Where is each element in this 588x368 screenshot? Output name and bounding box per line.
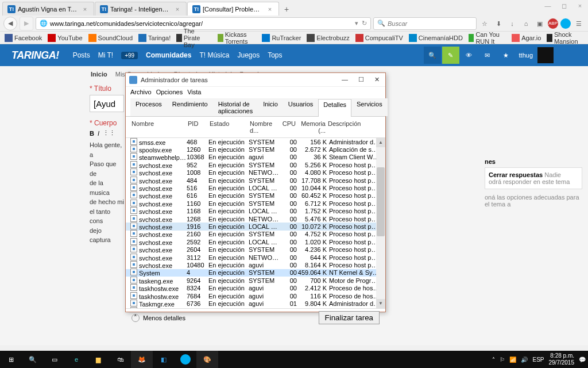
home-icon[interactable]: ⌂ bbox=[520, 18, 532, 29]
site-view-icon[interactable]: 👁 bbox=[461, 47, 478, 64]
tm-tab[interactable]: Procesos bbox=[130, 98, 167, 116]
process-row[interactable]: svchost.exe616En ejecuciónSYSTEM0060.452… bbox=[126, 192, 385, 200]
tray-notifications-icon[interactable]: 💬 bbox=[579, 356, 586, 363]
bookmark-item[interactable]: RuTracker bbox=[262, 34, 301, 42]
process-row[interactable]: svchost.exe10480En ejecuciónaguvi008.164… bbox=[126, 261, 385, 269]
start-button[interactable]: ⊞ bbox=[0, 351, 22, 368]
search-bar[interactable]: 🔍 bbox=[373, 17, 477, 30]
process-row[interactable]: taskeng.exe9264En ejecuciónSYSTEM00700 K… bbox=[126, 277, 385, 284]
browser-tab[interactable]: T! Agustín Vigna en Taringa! × bbox=[2, 2, 94, 16]
tray-chevron-icon[interactable]: ˄ bbox=[492, 356, 495, 363]
skype-icon[interactable] bbox=[175, 351, 196, 368]
tm-menu-item[interactable]: Archivo bbox=[130, 89, 152, 95]
tm-tab[interactable]: Usuarios bbox=[283, 98, 318, 116]
bookmark-icon[interactable]: ☆ bbox=[479, 18, 490, 29]
taskview-icon[interactable]: ▭ bbox=[44, 351, 65, 368]
tray-clock[interactable]: 8:28 p.m. 29/7/2015 bbox=[549, 352, 575, 366]
scroll-up-icon[interactable]: ▲ bbox=[376, 138, 385, 147]
tm-tab[interactable]: Rendimiento bbox=[167, 98, 213, 116]
back-button[interactable]: ◀ bbox=[3, 17, 17, 30]
process-row[interactable]: taskhostw.exe8324En ejecuciónaguvi002.41… bbox=[126, 284, 385, 292]
browser-tab[interactable]: T! [Consultar] Problema al ac... × bbox=[187, 2, 279, 16]
nav-posts[interactable]: Posts bbox=[73, 51, 90, 59]
bookmark-item[interactable]: Taringa! bbox=[138, 34, 171, 42]
tm-tab[interactable]: Inicio bbox=[258, 98, 283, 116]
process-row[interactable]: svchost.exe484En ejecuciónSYSTEM0017.708… bbox=[126, 177, 385, 184]
bookmark-item[interactable]: Facebook bbox=[5, 34, 42, 42]
dropdown-icon[interactable]: ▾ bbox=[355, 20, 358, 27]
nav-mit[interactable]: Mi T! bbox=[98, 51, 113, 59]
process-row[interactable]: svchost.exe1268En ejecuciónNETWORK...005… bbox=[126, 215, 385, 223]
download-icon[interactable]: ↓ bbox=[506, 18, 518, 29]
bookmark-item[interactable]: Kickass Torrents bbox=[218, 31, 256, 45]
process-row[interactable]: TurboVHelp.exe1520En ejecuciónaguvi001.1… bbox=[126, 308, 385, 308]
screenshot-icon[interactable]: ▣ bbox=[534, 18, 546, 29]
tm-tab[interactable]: Detalles bbox=[318, 99, 351, 117]
process-row[interactable]: svchost.exe2160En ejecuciónSYSTEM004.752… bbox=[126, 231, 385, 238]
nav-tops[interactable]: Tops bbox=[268, 51, 282, 59]
process-row[interactable]: System4En ejecuciónSYSTEM00459.064 KNT K… bbox=[126, 269, 385, 277]
bookmark-item[interactable]: CinemaníaHDD bbox=[409, 34, 463, 42]
italic-button[interactable]: I bbox=[98, 130, 99, 137]
bookmark-item[interactable]: Electrobuzz bbox=[307, 34, 349, 42]
tm-less-details[interactable]: Menos detalles bbox=[143, 315, 185, 321]
process-row[interactable]: svchost.exe2604En ejecuciónSYSTEM004.236… bbox=[126, 246, 385, 253]
end-task-button[interactable]: Finalizar tarea bbox=[319, 311, 380, 324]
subnav-item[interactable]: Inicio bbox=[91, 71, 107, 78]
close-icon[interactable]: × bbox=[173, 5, 181, 13]
tray-network-icon[interactable]: 📶 bbox=[509, 356, 516, 363]
tm-titlebar[interactable]: Administrador de tareas — ☐ ✕ bbox=[126, 73, 385, 87]
tm-menu-item[interactable]: Vista bbox=[187, 89, 201, 95]
skype-icon[interactable] bbox=[560, 18, 571, 29]
bookmark-item[interactable]: Shock Mansion bbox=[547, 31, 583, 45]
site-logo[interactable]: TARINGA! bbox=[11, 49, 59, 62]
col-cpu[interactable]: CPU bbox=[281, 119, 297, 135]
explorer-icon[interactable]: ▆ bbox=[87, 351, 109, 368]
process-row[interactable]: svchost.exe1916En ejecuciónLOCAL SE...00… bbox=[126, 223, 385, 230]
bold-button[interactable]: B bbox=[90, 130, 94, 137]
site-username[interactable]: tthug bbox=[519, 52, 533, 59]
scroll-down-icon[interactable]: ▼ bbox=[376, 299, 385, 308]
col-desc[interactable]: Descripción bbox=[327, 119, 381, 135]
bookmark-item[interactable]: SoundCloud bbox=[88, 34, 133, 42]
search-icon[interactable]: 🔍 bbox=[22, 351, 44, 368]
minimize-button[interactable]: — bbox=[540, 0, 556, 12]
bookmark-item[interactable]: Can You RUN It bbox=[469, 31, 506, 45]
minimize-icon[interactable]: — bbox=[342, 76, 348, 83]
tray-volume-icon[interactable]: 🔊 bbox=[521, 356, 528, 363]
process-row[interactable]: spoolsv.exe1260En ejecuciónSYSTEM002.672… bbox=[126, 145, 385, 153]
tm-menu-item[interactable]: Opciones bbox=[156, 89, 183, 95]
process-row[interactable]: svchost.exe952En ejecuciónSYSTEM005.256 … bbox=[126, 161, 385, 168]
col-user[interactable]: Nombre d... bbox=[249, 119, 281, 135]
site-mail-icon[interactable]: ✉ bbox=[479, 47, 496, 64]
reload-icon[interactable]: ↻ bbox=[362, 20, 367, 27]
nav-juegos[interactable]: Juegos bbox=[237, 51, 260, 59]
bookmark-item[interactable]: The Pirate Bay bbox=[176, 28, 212, 48]
site-star-icon[interactable]: ★ bbox=[497, 47, 514, 64]
process-row[interactable]: svchost.exe1160En ejecuciónSYSTEM006.712… bbox=[126, 200, 385, 207]
col-mem[interactable]: Memoria (... bbox=[297, 119, 327, 135]
close-icon[interactable]: × bbox=[266, 5, 274, 13]
col-name[interactable]: Nombre bbox=[130, 119, 187, 135]
nav-count[interactable]: +99 bbox=[121, 52, 138, 59]
process-row[interactable]: svchost.exe2592En ejecuciónLOCAL SE...00… bbox=[126, 238, 385, 246]
adblock-icon[interactable]: ABP bbox=[548, 18, 558, 29]
menu-icon[interactable]: ☰ bbox=[573, 18, 585, 29]
process-row[interactable]: svchost.exe1008En ejecuciónNETWORK...004… bbox=[126, 169, 385, 177]
site-search-button[interactable]: 🔍 bbox=[424, 47, 441, 64]
body-text[interactable]: Hola gente, a Paso que de de la musica d… bbox=[90, 140, 124, 245]
more-icon[interactable]: ⋮⋮ bbox=[103, 129, 115, 137]
process-row[interactable]: steamwebhelper.exe10368En ejecuciónaguvi… bbox=[126, 154, 385, 161]
collapse-icon[interactable]: ˄ bbox=[131, 314, 140, 322]
paint-icon[interactable]: 🎨 bbox=[196, 351, 218, 368]
process-row[interactable]: smss.exe468En ejecuciónSYSTEM00156 KAdmi… bbox=[126, 138, 385, 145]
col-state[interactable]: Estado bbox=[208, 119, 249, 135]
process-row[interactable]: svchost.exe1168En ejecuciónLOCAL SE...00… bbox=[126, 208, 385, 215]
scroll-thumb[interactable] bbox=[377, 167, 385, 236]
new-tab-button[interactable]: + bbox=[280, 3, 293, 16]
tm-tab[interactable]: Servicios bbox=[351, 98, 388, 116]
tray-language[interactable]: ESP bbox=[532, 356, 544, 363]
firefox-icon[interactable]: 🦊 bbox=[131, 351, 153, 368]
edge-icon[interactable]: e bbox=[65, 351, 87, 368]
browser-tab[interactable]: T! Taringa! - Inteligencia cole... × bbox=[95, 2, 187, 16]
